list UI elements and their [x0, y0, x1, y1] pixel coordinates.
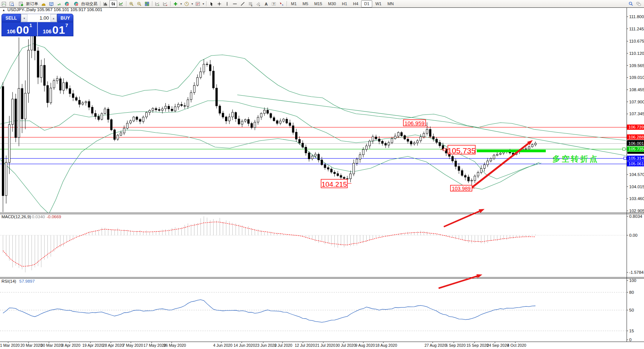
- svg-text:103.460: 103.460: [629, 196, 644, 201]
- svg-text:15: 15: [629, 329, 634, 333]
- auto-trading-button[interactable]: 自动交易: [71, 0, 99, 7]
- bid-price[interactable]: 106 00 1: [2, 22, 37, 36]
- line-handles[interactable]: [623, 148, 627, 160]
- svg-text:30 Jul 2020: 30 Jul 2020: [336, 343, 356, 348]
- volume-up-button[interactable]: ▲: [50, 14, 57, 22]
- svg-text:20 Mar 2020: 20 Mar 2020: [20, 343, 42, 348]
- chart-shift-icon[interactable]: [161, 0, 169, 7]
- label-icon[interactable]: T: [270, 0, 278, 7]
- navigator-icon[interactable]: [47, 0, 55, 7]
- chart-frame: [0, 8, 644, 342]
- svg-text:106.001: 106.001: [628, 141, 644, 146]
- volume-input[interactable]: [27, 14, 50, 22]
- svg-text:103.989: 103.989: [452, 186, 471, 192]
- crosshair-icon[interactable]: [215, 0, 223, 7]
- svg-text:-0.0669: -0.0669: [47, 215, 61, 219]
- channel-icon[interactable]: F: [254, 0, 262, 7]
- svg-text:21 Jul 2020: 21 Jul 2020: [315, 343, 335, 348]
- arrow-tools-icon[interactable]: [278, 0, 285, 7]
- signal-icon[interactable]: [55, 0, 63, 7]
- svg-text:111.245: 111.245: [629, 27, 644, 31]
- svg-text:106.739: 106.739: [628, 125, 644, 129]
- timeframe-h4-button[interactable]: H4: [350, 0, 361, 7]
- svg-text:0.8034: 0.8034: [629, 214, 643, 219]
- search-icon[interactable]: [627, 0, 635, 7]
- ask-price[interactable]: 106 01 7: [38, 22, 73, 36]
- tile-windows-icon[interactable]: [143, 0, 151, 7]
- timeframe-m5-button[interactable]: M5: [300, 0, 311, 7]
- sell-button[interactable]: SELL: [1, 14, 21, 22]
- bar-chart-icon[interactable]: [102, 0, 109, 7]
- fibonacci-icon[interactable]: E: [247, 0, 254, 7]
- svg-text:107.345: 107.345: [629, 112, 644, 116]
- chart-canvas[interactable]: ▲USDJPY-,Daily 105.967 106.101 105.917 1…: [0, 0, 644, 349]
- svg-text:▲: ▲: [2, 9, 5, 12]
- text-icon[interactable]: A: [262, 0, 270, 7]
- support-band[interactable]: [477, 150, 546, 152]
- svg-text:E: E: [251, 4, 252, 6]
- drawing-tools-group: EFAT: [208, 0, 285, 7]
- svg-text:15 Sep 2020: 15 Sep 2020: [466, 343, 489, 348]
- rsi-line: [3, 300, 535, 322]
- new-order-button[interactable]: 新订单: [16, 0, 40, 7]
- svg-text:104.570: 104.570: [629, 172, 644, 177]
- auto-trading-label: 自动交易: [81, 1, 98, 7]
- svg-text:A: A: [265, 1, 268, 6]
- insert-group: ▼▼▼: [172, 0, 205, 7]
- timeframe-m30-button[interactable]: M30: [325, 0, 339, 7]
- timeframe-h1-button[interactable]: H1: [339, 0, 350, 7]
- descending-trendline[interactable]: [237, 95, 626, 156]
- chat-icon[interactable]: [635, 0, 643, 7]
- template-dropdown-caret[interactable]: ▼: [202, 3, 205, 5]
- volume-down-button[interactable]: ▼: [21, 14, 27, 22]
- svg-text:105.314: 105.314: [628, 156, 644, 160]
- svg-text:-1.5784: -1.5784: [629, 270, 644, 275]
- add-indicator-dropdown-caret[interactable]: ▼: [180, 3, 182, 5]
- timeframe-w1-button[interactable]: W1: [372, 0, 384, 7]
- new-chart-icon[interactable]: [0, 0, 8, 7]
- period-dropdown-caret[interactable]: ▼: [191, 3, 194, 5]
- timeframe-group: M1M5M15M30H1H4D1W1MN: [288, 0, 397, 7]
- timeframe-m15-button[interactable]: M15: [311, 0, 325, 7]
- zoom-out-icon[interactable]: [135, 0, 143, 7]
- new-order-icon: [17, 0, 25, 7]
- horizontal-line-icon[interactable]: [231, 0, 239, 7]
- buy-button[interactable]: BUY: [57, 14, 73, 22]
- svg-text:0.0340: 0.0340: [32, 215, 45, 219]
- profile-preview-icon[interactable]: [8, 0, 16, 7]
- auto-scroll-icon[interactable]: [153, 0, 161, 7]
- timeframe-d1-button[interactable]: D1: [361, 0, 372, 7]
- quote-line: ▲USDJPY-,Daily 105.967 106.101 105.917 1…: [2, 7, 102, 12]
- timeframe-mn-button[interactable]: MN: [384, 0, 397, 7]
- svg-text:0.00: 0.00: [629, 233, 637, 237]
- svg-text:0: 0: [629, 338, 631, 342]
- autotrade-stop-icon[interactable]: [63, 0, 71, 7]
- vertical-line-icon[interactable]: [223, 0, 231, 7]
- trendline-icon[interactable]: [239, 0, 247, 7]
- svg-text:2 Jul 2020: 2 Jul 2020: [274, 343, 293, 348]
- mt4-window: 新订单 自动交易 ▼▼▼ EFAT M1M5M15M30H1H4D1W1MN ▲…: [0, 0, 644, 349]
- zoom-in-icon[interactable]: [128, 0, 135, 7]
- toolbar-left-group: [0, 0, 16, 7]
- add-indicator-icon[interactable]: [172, 0, 179, 7]
- template-icon[interactable]: [194, 0, 202, 7]
- cursor-icon[interactable]: [208, 0, 215, 7]
- bull-bear-turning-point-text[interactable]: 多空转折点: [552, 154, 599, 163]
- svg-text:110.120: 110.120: [629, 51, 644, 56]
- svg-text:50: 50: [629, 308, 634, 312]
- gold-history-icon[interactable]: [40, 0, 47, 7]
- candlestick-icon[interactable]: [109, 0, 117, 7]
- scroll-group: [153, 0, 169, 7]
- annotation-layer[interactable]: 106.959105.735104.215103.989多空转折点: [321, 120, 599, 288]
- svg-text:14 Jun 2020: 14 Jun 2020: [234, 343, 255, 348]
- line-chart-icon[interactable]: [117, 0, 125, 7]
- svg-text:100: 100: [629, 278, 636, 283]
- svg-text:4 Oct 2020: 4 Oct 2020: [507, 343, 526, 348]
- red-trend-arrow[interactable]: [439, 276, 479, 288]
- svg-text:104.015: 104.015: [629, 185, 644, 189]
- svg-text:109.010: 109.010: [629, 75, 644, 80]
- timeframe-m1-button[interactable]: M1: [288, 0, 300, 7]
- support-band-group[interactable]: [477, 150, 546, 152]
- period-icon[interactable]: [183, 0, 191, 7]
- svg-text:1 Mar 2020: 1 Mar 2020: [0, 343, 20, 348]
